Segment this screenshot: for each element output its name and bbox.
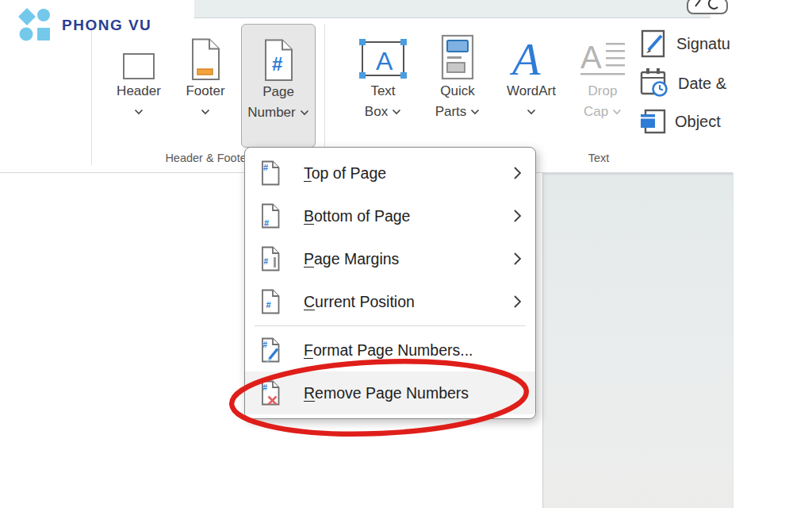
menu-item-label: Page Margins xyxy=(304,250,513,268)
page-number-button-label: Page xyxy=(262,82,294,102)
quick-parts-icon xyxy=(439,24,476,81)
editing-mode-button-partial[interactable] xyxy=(687,0,728,14)
page-number-button[interactable]: # Page Number xyxy=(241,24,316,148)
page-number-top-icon: # xyxy=(259,160,283,186)
date-time-button[interactable]: Date & xyxy=(639,67,726,99)
submenu-arrow-icon xyxy=(513,209,524,223)
page-number-icon: # xyxy=(262,25,294,82)
menu-item-top-of-page[interactable]: # Top of Page xyxy=(245,152,535,194)
ribbon-tab-band xyxy=(194,0,710,18)
svg-text:#: # xyxy=(266,300,271,310)
svg-text:#: # xyxy=(263,383,268,392)
menu-item-bottom-of-page[interactable]: # Bottom of Page xyxy=(245,194,535,237)
text-box-button-label2: Box xyxy=(365,104,388,120)
text-box-button[interactable]: A Text Box xyxy=(351,24,415,146)
document-workspace-background xyxy=(542,173,733,508)
format-page-numbers-icon: # xyxy=(259,337,283,363)
object-button[interactable]: Object xyxy=(639,106,721,137)
chevron-down-icon xyxy=(134,102,144,122)
menu-item-label: Bottom of Page xyxy=(304,207,513,225)
chevron-down-icon xyxy=(300,110,309,116)
date-time-icon xyxy=(639,67,671,99)
phong-vu-logo: PHONG VU xyxy=(10,5,151,44)
page-number-button-label2: Number xyxy=(247,105,295,121)
word-ribbon-screenshot: PHONG VU Header & Footer Text Header Foo… xyxy=(0,0,812,508)
svg-text:#: # xyxy=(264,218,269,228)
menu-item-page-margins[interactable]: # Page Margins xyxy=(245,237,535,280)
page-number-bottom-icon: # xyxy=(259,203,283,229)
object-label: Object xyxy=(675,113,721,131)
chevron-down-icon xyxy=(392,109,401,115)
menu-item-remove-page-numbers[interactable]: # Remove Page Numbers xyxy=(245,371,535,414)
chevron-down-icon xyxy=(527,102,536,122)
object-icon xyxy=(639,107,668,136)
drop-cap-button[interactable]: A Drop Cap xyxy=(569,24,636,146)
text-box-button-label: Text xyxy=(370,81,395,102)
footer-button[interactable]: Footer xyxy=(174,24,237,146)
date-time-label: Date & xyxy=(678,75,726,93)
drop-cap-button-label: Drop xyxy=(588,81,618,102)
group-label-text: Text xyxy=(575,152,622,164)
chevron-down-icon xyxy=(201,102,210,122)
page-number-current-position-icon: # xyxy=(259,289,283,314)
menu-separator xyxy=(255,325,526,326)
submenu-arrow-icon xyxy=(513,252,524,266)
wordart-button-label: WordArt xyxy=(507,81,556,102)
group-divider xyxy=(91,24,92,165)
menu-item-current-position[interactable]: # Current Position xyxy=(245,280,535,323)
signature-icon xyxy=(639,29,669,59)
menu-item-label: Top of Page xyxy=(304,164,513,183)
phong-vu-logo-text: PHONG VU xyxy=(62,17,151,34)
svg-text:#: # xyxy=(272,53,282,75)
menu-item-label: Format Page Numbers... xyxy=(304,341,513,360)
pen-caret-icon xyxy=(688,0,726,13)
svg-text:#: # xyxy=(263,163,268,172)
svg-text:A: A xyxy=(509,33,541,81)
drop-cap-icon: A xyxy=(579,24,626,81)
group-divider xyxy=(324,24,325,165)
page-number-margins-icon: # xyxy=(259,246,283,271)
page-number-dropdown-menu: # Top of Page # Bottom of Page xyxy=(244,147,536,419)
menu-item-format-page-numbers[interactable]: # Format Page Numbers... xyxy=(245,329,535,371)
menu-item-label: Remove Page Numbers xyxy=(304,384,513,402)
remove-page-numbers-icon: # xyxy=(259,380,283,406)
chevron-down-icon xyxy=(470,109,480,115)
phong-vu-logo-icon xyxy=(10,5,56,44)
svg-text:#: # xyxy=(263,341,268,349)
footer-icon xyxy=(190,24,221,81)
signature-line-label: Signatu xyxy=(676,35,730,53)
signature-line-button[interactable]: Signatu xyxy=(639,28,730,60)
submenu-arrow-icon xyxy=(513,166,524,180)
header-button-label: Header xyxy=(117,81,161,102)
menu-item-label: Current Position xyxy=(304,293,513,311)
svg-text:A: A xyxy=(580,40,602,75)
svg-text:A: A xyxy=(376,47,393,75)
submenu-arrow-icon xyxy=(513,294,524,309)
svg-text:#: # xyxy=(264,257,269,266)
wordart-icon: A xyxy=(508,24,555,81)
text-box-icon: A xyxy=(357,24,409,81)
quick-parts-button[interactable]: Quick Parts xyxy=(424,24,491,146)
quick-parts-button-label2: Parts xyxy=(435,104,467,120)
wordart-button[interactable]: A WordArt xyxy=(495,24,568,146)
quick-parts-button-label: Quick xyxy=(440,81,474,102)
footer-button-label: Footer xyxy=(186,81,224,102)
drop-cap-button-label2: Cap xyxy=(584,104,608,120)
chevron-down-icon xyxy=(612,109,622,115)
